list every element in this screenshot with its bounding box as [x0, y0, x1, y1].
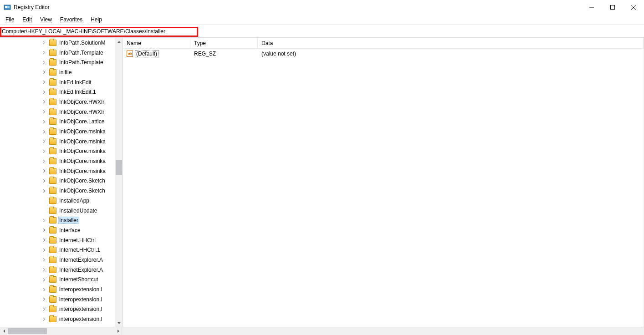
folder-icon [49, 109, 56, 115]
chevron-right-icon[interactable] [42, 90, 46, 94]
folder-icon [49, 79, 56, 86]
chevron-right-icon[interactable] [42, 130, 46, 134]
tree-item[interactable]: Internet.HHCtrl.1 [0, 245, 123, 255]
tree-item-label: InkEd.InkEdit.1 [58, 88, 97, 96]
chevron-right-icon[interactable] [42, 110, 46, 114]
tree-item[interactable]: InkObjCore.msinka [0, 127, 123, 137]
tree-item[interactable]: interopextension.I [0, 294, 123, 305]
column-header-type[interactable]: Type [190, 38, 258, 48]
tree-vertical-scrollbar[interactable] [115, 38, 123, 327]
chevron-right-icon[interactable] [42, 278, 46, 282]
folder-icon [49, 227, 56, 233]
column-header-data[interactable]: Data [258, 38, 644, 48]
chevron-right-icon[interactable] [42, 238, 46, 242]
tree-item[interactable]: InkEd.InkEdit.1 [0, 87, 123, 97]
menu-favorites[interactable]: Favorites [56, 15, 86, 24]
menu-edit[interactable]: Edit [19, 15, 36, 24]
tree-item[interactable]: InkObjCore.Sketch [0, 176, 123, 186]
tree-item-label: interopextension.I [58, 315, 103, 323]
chevron-right-icon[interactable] [42, 307, 46, 311]
column-header-name[interactable]: Name [123, 38, 190, 48]
tree-item[interactable]: InkObjCore.msinka [0, 166, 123, 176]
chevron-right-icon[interactable] [42, 80, 46, 84]
menu-help[interactable]: Help [87, 15, 106, 24]
tree-item[interactable]: interopextension.I [0, 284, 123, 294]
tree-item[interactable]: InkObjCore.Lattice [0, 117, 123, 127]
tree-item[interactable]: InstalledApp [0, 196, 123, 206]
chevron-right-icon[interactable] [42, 41, 46, 45]
address-input[interactable] [0, 25, 644, 37]
chevron-right-icon[interactable] [42, 288, 46, 292]
maximize-button[interactable] [602, 0, 623, 15]
close-button[interactable] [623, 0, 644, 15]
tree-item[interactable]: Interface [0, 225, 123, 235]
minimize-button[interactable] [581, 0, 602, 15]
svg-rect-5 [611, 5, 615, 10]
chevron-right-icon[interactable] [42, 149, 46, 153]
folder-icon [49, 178, 56, 184]
chevron-right-icon[interactable] [42, 258, 46, 262]
hscroll-track[interactable] [8, 327, 122, 335]
tree-item[interactable]: Internet.HHCtrl [0, 235, 123, 245]
tree-item[interactable]: InternetExplorer.A [0, 265, 123, 275]
tree-item-label: InkObjCore.Sketch [58, 177, 106, 184]
chevron-right-icon[interactable] [42, 100, 46, 104]
chevron-right-icon[interactable] [42, 179, 46, 183]
tree-item[interactable]: InternetShortcut [0, 275, 123, 285]
folder-icon [49, 316, 56, 322]
tree-item[interactable]: Installer [0, 215, 123, 225]
chevron-right-icon[interactable] [42, 248, 46, 252]
tree-item[interactable]: InkObjCore.msinka [0, 147, 123, 157]
tree-item[interactable]: InkObjCore.msinka [0, 156, 123, 166]
tree-item[interactable]: InkEd.InkEdit [0, 77, 123, 87]
chevron-right-icon[interactable] [42, 61, 46, 65]
chevron-right-icon[interactable] [42, 169, 46, 173]
value-row[interactable]: ab(Default)REG_SZ(value not set) [123, 49, 644, 59]
tree-item-label: interopextension.I [58, 286, 103, 293]
tree-item[interactable]: interopextension.I [0, 314, 123, 324]
menu-view[interactable]: View [36, 15, 56, 24]
address-bar [0, 25, 644, 37]
tree-item[interactable]: InstalledUpdate [0, 206, 123, 216]
tree-item[interactable]: InternetExplorer.A [0, 255, 123, 265]
chevron-right-icon[interactable] [42, 139, 46, 143]
chevron-right-icon[interactable] [42, 159, 46, 163]
folder-icon [49, 148, 56, 154]
tree-item[interactable]: InfoPath.Template [0, 57, 123, 67]
chevron-right-icon[interactable] [42, 297, 46, 301]
tree-item-label: InfoPath.Template [58, 49, 104, 56]
tree-item[interactable]: interopextension.I [0, 305, 123, 315]
folder-icon [49, 158, 56, 164]
tree-item[interactable]: InfoPath.SolutionM [0, 38, 123, 48]
scroll-up-icon[interactable] [115, 38, 123, 46]
scroll-down-icon[interactable] [115, 319, 123, 327]
value-data: (value not set) [258, 51, 644, 57]
tree-item[interactable]: InkObjCore.HWXIr [0, 97, 123, 107]
chevron-right-icon[interactable] [42, 120, 46, 124]
tree-item[interactable]: InfoPath.Template [0, 48, 123, 58]
values-pane[interactable]: Name Type Data ab(Default)REG_SZ(value n… [123, 38, 644, 327]
folder-icon [49, 267, 56, 273]
tree-item-label: Internet.HHCtrl.1 [58, 246, 101, 254]
tree-item[interactable]: inifile [0, 67, 123, 77]
tree-item[interactable]: InkObjCore.msinka [0, 137, 123, 147]
scroll-track[interactable] [115, 46, 123, 319]
chevron-right-icon[interactable] [42, 228, 46, 232]
chevron-right-icon[interactable] [42, 189, 46, 193]
tree-item[interactable]: InkObjCore.Sketch [0, 186, 123, 196]
folder-icon [49, 296, 56, 303]
chevron-right-icon[interactable] [42, 218, 46, 223]
chevron-right-icon[interactable] [42, 70, 46, 74]
folder-icon [49, 237, 56, 244]
chevron-right-icon[interactable] [42, 317, 46, 321]
chevron-right-icon[interactable] [42, 51, 46, 55]
horizontal-scrollbar[interactable] [0, 327, 644, 335]
scroll-thumb[interactable] [116, 160, 122, 175]
menu-file[interactable]: File [2, 15, 18, 24]
chevron-right-icon[interactable] [42, 268, 46, 272]
tree-pane[interactable]: InfoPath.SolutionMInfoPath.TemplateInfoP… [0, 38, 123, 327]
tree-item[interactable]: InkObjCore.HWXIr [0, 107, 123, 117]
scroll-left-icon[interactable] [0, 327, 8, 335]
hscroll-thumb[interactable] [8, 328, 47, 334]
titlebar[interactable]: Registry Editor [0, 0, 644, 15]
